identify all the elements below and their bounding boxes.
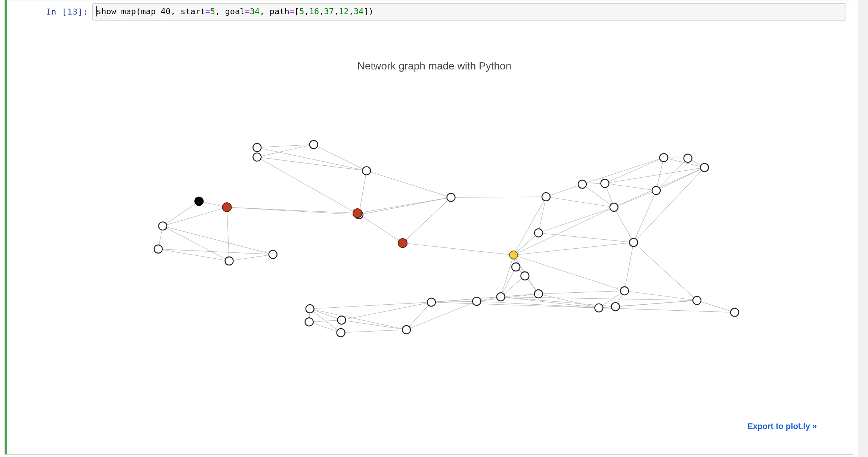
svg-line-14 — [357, 213, 403, 243]
svg-line-70 — [310, 302, 431, 309]
right-scroll-gutter — [858, 0, 868, 457]
graph-node[interactable] — [521, 272, 529, 280]
graph-node[interactable] — [472, 297, 481, 305]
graph-node[interactable] — [620, 287, 629, 295]
output-area: Network graph made with Python Export to… — [7, 23, 853, 454]
plot-title: Network graph made with Python — [42, 60, 827, 72]
prompt-prefix: In [ — [46, 7, 67, 16]
graph-node[interactable] — [693, 296, 701, 305]
graph-node[interactable] — [225, 257, 233, 265]
graph-node[interactable] — [652, 186, 660, 195]
graph-node[interactable] — [611, 302, 620, 311]
svg-line-93 — [539, 291, 624, 294]
graph-node[interactable] — [269, 250, 277, 258]
notebook-cell: In [13]: show_map(map_40, start=5, goal=… — [4, 0, 853, 455]
graph-node[interactable] — [509, 251, 518, 259]
svg-line-80 — [431, 294, 539, 302]
graph-node[interactable] — [402, 326, 410, 334]
graph-node[interactable] — [629, 238, 638, 246]
svg-line-76 — [341, 330, 407, 333]
graph-node[interactable] — [337, 329, 345, 337]
graph-node[interactable] — [362, 167, 371, 175]
graph-node[interactable] — [534, 290, 543, 298]
graph-node[interactable] — [306, 305, 314, 313]
graph-node[interactable] — [338, 316, 346, 324]
graph-node[interactable] — [534, 229, 543, 237]
graph-node[interactable] — [700, 164, 709, 172]
svg-line-49 — [605, 168, 705, 183]
graph-node[interactable] — [353, 209, 362, 218]
svg-line-77 — [342, 320, 407, 330]
svg-line-23 — [229, 254, 273, 261]
svg-line-89 — [624, 291, 697, 301]
svg-line-10 — [359, 171, 366, 215]
graph-node[interactable] — [447, 193, 455, 202]
graph-node[interactable] — [497, 293, 505, 301]
svg-line-12 — [359, 198, 451, 215]
svg-line-63 — [501, 276, 525, 297]
svg-line-45 — [539, 233, 634, 243]
graph-node[interactable] — [684, 154, 692, 162]
svg-line-32 — [539, 197, 546, 233]
code-input[interactable]: show_map(map_40, start=5, goal=34, path=… — [92, 3, 846, 21]
svg-line-35 — [605, 158, 664, 183]
graph-node[interactable] — [223, 203, 232, 212]
graph-node[interactable] — [542, 193, 550, 201]
graph-node[interactable] — [305, 318, 313, 326]
graph-nodes — [154, 140, 739, 337]
svg-line-19 — [163, 226, 229, 261]
input-prompt: In [13]: — [7, 0, 89, 16]
svg-line-69 — [342, 302, 431, 320]
svg-line-98 — [477, 301, 599, 308]
graph-node[interactable] — [731, 308, 739, 317]
svg-line-96 — [633, 242, 697, 300]
svg-line-57 — [514, 207, 614, 255]
graph-node[interactable] — [512, 263, 520, 271]
svg-line-46 — [614, 207, 634, 242]
network-graph-svg[interactable] — [42, 79, 827, 407]
svg-line-16 — [403, 243, 514, 255]
svg-line-90 — [697, 301, 735, 313]
svg-line-73 — [309, 320, 342, 322]
svg-line-6 — [257, 157, 359, 215]
svg-line-74 — [309, 322, 341, 333]
svg-line-18 — [163, 207, 227, 226]
graph-node[interactable] — [427, 298, 435, 306]
svg-line-95 — [624, 242, 633, 291]
graph-node[interactable] — [595, 304, 603, 312]
svg-line-48 — [633, 168, 704, 243]
export-plotly-link[interactable]: Export to plot.ly » — [747, 422, 817, 431]
svg-line-62 — [501, 267, 516, 297]
graph-node[interactable] — [159, 222, 167, 230]
svg-line-55 — [514, 242, 633, 255]
prompt-suffix: ]: — [78, 7, 89, 16]
graph-node[interactable] — [610, 203, 618, 211]
svg-line-2 — [257, 144, 314, 157]
graph-node[interactable] — [601, 179, 609, 187]
svg-line-25 — [227, 207, 229, 261]
graph-node[interactable] — [253, 153, 261, 161]
svg-line-4 — [314, 144, 366, 171]
svg-line-79 — [310, 309, 341, 333]
graph-node[interactable] — [253, 143, 261, 152]
svg-line-33 — [539, 207, 614, 233]
svg-line-43 — [656, 168, 704, 191]
svg-line-94 — [501, 297, 697, 301]
svg-line-9 — [227, 207, 357, 213]
svg-line-31 — [546, 197, 614, 207]
svg-line-50 — [514, 233, 539, 255]
graph-node[interactable] — [398, 239, 407, 248]
svg-line-29 — [582, 184, 614, 207]
graph-node[interactable] — [310, 140, 318, 149]
svg-line-56 — [514, 197, 546, 255]
svg-line-26 — [451, 197, 546, 198]
graph-node[interactable] — [154, 245, 162, 253]
plotly-figure[interactable]: Network graph made with Python Export to… — [42, 53, 827, 437]
svg-line-1 — [257, 144, 314, 147]
svg-line-67 — [406, 301, 477, 330]
graph-node[interactable] — [660, 153, 668, 162]
graph-node[interactable] — [195, 197, 204, 206]
graph-node[interactable] — [578, 180, 586, 188]
svg-line-39 — [605, 183, 656, 190]
svg-line-24 — [163, 201, 199, 226]
